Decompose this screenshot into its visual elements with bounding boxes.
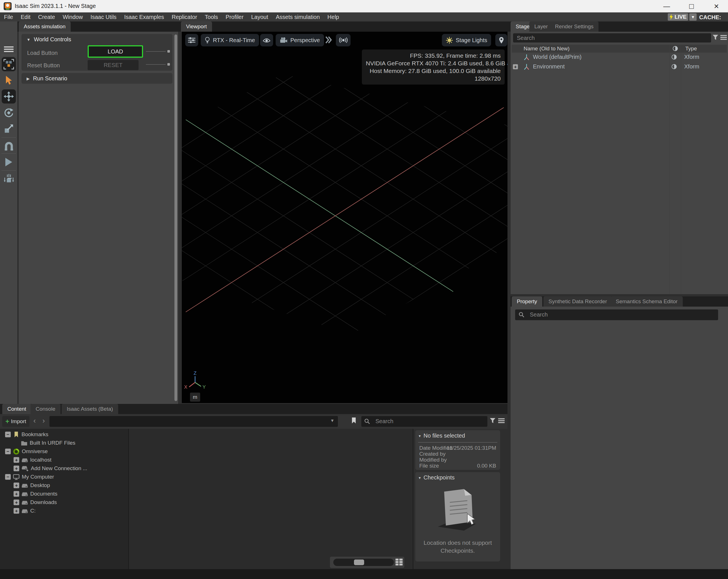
expand-plus-icon[interactable]: + [14,465,19,471]
capture-button[interactable] [336,34,350,46]
tab-viewport[interactable]: Viewport [181,22,212,32]
reset-default-dot[interactable] [167,63,170,66]
physics-drop-icon[interactable] [2,172,16,186]
maximize-button[interactable]: □ [683,0,700,12]
nav-back-icon[interactable]: ‹ [33,417,36,425]
rotate-tool-icon[interactable] [2,106,16,120]
content-options-icon[interactable] [498,418,505,425]
checkpoints-header[interactable]: ▾ Checkpoints [419,474,454,481]
menu-tools[interactable]: Tools [205,14,218,20]
snap-tool-icon[interactable] [2,139,16,153]
play-icon[interactable] [2,155,16,169]
content-search-input[interactable] [372,417,484,426]
stage-filter-icon[interactable] [712,34,719,42]
collapse-minus-icon[interactable]: − [5,449,11,454]
path-dropdown-icon[interactable]: ▼ [330,418,335,423]
tree-item-desktop[interactable]: + Desktop [0,481,129,489]
scale-tool-icon[interactable] [2,122,16,136]
expand-plus-icon[interactable]: + [14,482,19,488]
menu-help[interactable]: Help [328,14,339,20]
file-grid-area[interactable] [129,429,412,569]
expand-plus-icon[interactable]: + [14,491,19,497]
menu-file[interactable]: File [4,14,13,20]
tree-item-localhost[interactable]: + localhost [0,456,129,464]
menu-assets-simulation[interactable]: Assets simulation [276,14,320,20]
visibility-button[interactable] [260,34,273,46]
camera-button[interactable]: Perspective [276,34,324,46]
menu-replicator[interactable]: Replicator [172,14,197,20]
menu-isaac-utils[interactable]: Isaac Utils [90,14,116,20]
path-input[interactable] [50,416,338,427]
property-search[interactable] [515,309,718,320]
stage-options-icon[interactable] [720,35,727,41]
stage-row-environment[interactable]: + Environment Xform [511,62,728,72]
file-info-header[interactable]: ▾ No files selected [419,432,465,439]
load-button[interactable]: LOAD [88,45,143,58]
expand-plus-icon[interactable]: + [14,500,19,505]
menu-create[interactable]: Create [38,14,55,20]
thumbnail-size-slider[interactable] [333,559,394,566]
property-search-input[interactable] [526,310,713,319]
expand-plus-icon[interactable]: + [513,64,518,69]
nav-forward-icon[interactable]: › [43,417,45,425]
tab-assets-simulation[interactable]: Assets simulation [19,22,71,32]
tab-property[interactable]: Property [512,297,542,307]
visibility-eye-icon[interactable] [671,64,677,71]
world-controls-header[interactable]: ▼ World Controls [27,36,71,43]
viewport-settings-button[interactable] [185,34,198,46]
tree-item-bookmarks[interactable]: − Bookmarks [0,430,129,439]
collapse-minus-icon[interactable]: − [5,432,11,437]
select-tool-icon[interactable] [2,74,16,88]
tab-layer[interactable]: Layer [529,22,553,32]
menu-profiler[interactable]: Profiler [226,14,243,20]
left-panel-scrollbar[interactable] [175,34,177,401]
run-scenario-section[interactable]: ▶ Run Scenario [22,73,173,84]
menu-layout[interactable]: Layout [251,14,268,20]
bookmark-icon[interactable] [352,417,356,425]
tree-item-omniverse[interactable]: − Omniverse [0,447,129,456]
content-filter-icon[interactable] [490,418,496,425]
column-name[interactable]: Name (Old to New) [524,46,570,52]
live-dropdown-button[interactable]: ▾ [689,13,697,21]
tab-content[interactable]: Content [2,404,31,414]
stage-lights-button[interactable]: Stage Lights [442,34,491,46]
waypoint-button[interactable] [495,34,507,46]
selection-mode-icon[interactable] [2,57,16,71]
tree-item-my-computer[interactable]: − My Computer [0,473,129,481]
tab-synthetic-data-recorder[interactable]: Synthetic Data Recorder [543,297,612,307]
menu-window[interactable]: Window [63,14,83,20]
grid-view-icon[interactable] [395,558,403,567]
menu-isaac-examples[interactable]: Isaac Examples [124,14,164,20]
stage-row-world[interactable]: World (defaultPrim) Xform [511,53,728,62]
import-button[interactable]: + Import [2,416,29,427]
tree-item-urdf-files[interactable]: Built In URDF Files [0,439,129,447]
tab-console[interactable]: Console [30,404,60,414]
expand-plus-icon[interactable]: + [14,508,19,514]
content-search[interactable] [361,416,487,427]
viewport-3d[interactable]: RTX - Real-Time Perspective Stage Lights… [182,32,508,403]
close-button[interactable]: × [708,0,725,12]
move-tool-icon[interactable] [2,90,16,103]
reset-button[interactable]: RESET [88,60,138,70]
expand-chevrons-icon[interactable] [325,36,332,45]
expand-plus-icon[interactable]: + [14,457,19,463]
stage-search-input[interactable] [513,33,711,43]
menu-edit[interactable]: Edit [21,14,30,20]
collapse-minus-icon[interactable]: − [5,474,11,480]
tree-item-downloads[interactable]: + Downloads [0,498,129,507]
tree-item-documents[interactable]: + Documents [0,489,129,498]
renderer-button[interactable]: RTX - Real-Time [201,34,259,46]
minimize-button[interactable]: — [658,0,675,12]
tree-item-c-drive[interactable]: + C: [0,507,129,515]
tree-item-add-connection[interactable]: + Add New Connection ... [0,464,129,473]
column-type[interactable]: Type [685,46,697,52]
tab-render-settings[interactable]: Render Settings [550,22,599,32]
unit-button[interactable]: m [190,393,200,402]
tab-isaac-assets[interactable]: Isaac Assets (Beta) [62,404,118,414]
visibility-eye-icon[interactable] [671,54,677,61]
live-sync-button[interactable]: LIVE [668,13,688,21]
slider-handle[interactable] [354,559,364,565]
load-default-dot[interactable] [167,50,170,53]
tab-semantics-schema-editor[interactable]: Semantics Schema Editor [611,297,683,307]
column-visibility-eye-icon[interactable] [672,46,678,53]
